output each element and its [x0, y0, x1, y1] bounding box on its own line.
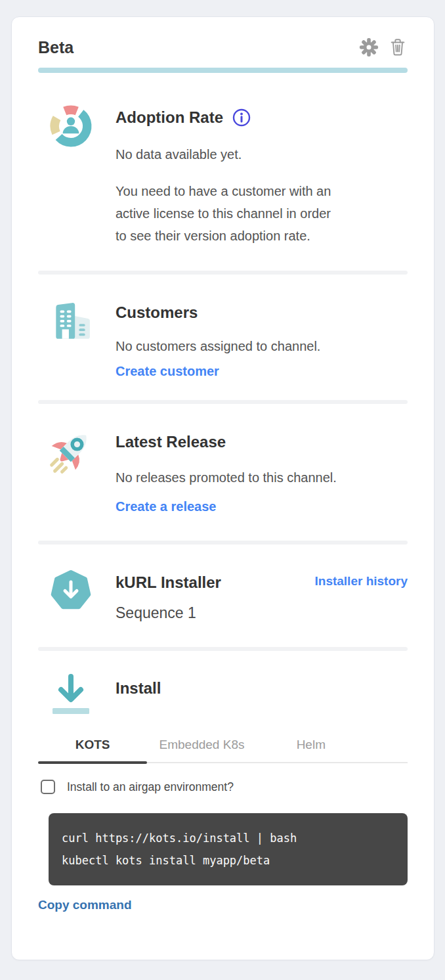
customers-empty-message: No customers assigned to channel. — [116, 336, 408, 356]
command-line: kubectl kots install myapp/beta — [62, 849, 394, 872]
channel-title: Beta — [38, 37, 74, 58]
gear-icon[interactable] — [359, 37, 379, 57]
adoption-empty-message: No data available yet. — [116, 145, 408, 164]
tab-helm[interactable]: Helm — [257, 738, 366, 762]
channel-card: Beta — [11, 16, 434, 960]
kurl-heptagon-download-icon — [38, 569, 104, 623]
latest-release-section: Latest Release No releases promoted to t… — [38, 429, 408, 514]
section-divider — [38, 541, 408, 545]
airgap-checkbox[interactable] — [41, 780, 55, 794]
installer-sequence-label: Sequence 1 — [116, 602, 408, 623]
create-customer-link[interactable]: Create customer — [116, 364, 219, 379]
adoption-description: You need to have a customer with an acti… — [116, 180, 408, 247]
adoption-donut-icon — [38, 104, 104, 247]
copy-command-link[interactable]: Copy command — [38, 898, 132, 912]
install-tabs: KOTS Embedded K8s Helm — [38, 738, 408, 763]
kurl-installer-title: kURL Installer — [116, 573, 221, 592]
channel-accent-bar — [38, 68, 408, 73]
section-divider — [38, 647, 408, 651]
latest-release-title: Latest Release — [116, 432, 408, 452]
customers-section: Customers No customers assigned to chann… — [38, 300, 408, 379]
kurl-installer-section: kURL Installer Installer history Sequenc… — [38, 569, 408, 623]
airgap-row: Install to an airgap environment? — [38, 780, 408, 794]
create-release-link[interactable]: Create a release — [116, 499, 216, 514]
header-actions — [359, 37, 408, 57]
command-line: curl https://kots.io/install | bash — [62, 827, 394, 849]
info-icon[interactable] — [232, 108, 251, 127]
install-download-icon — [38, 672, 104, 719]
install-section: Install — [38, 672, 408, 719]
customers-buildings-icon — [38, 300, 104, 379]
adoption-rate-title: Adoption Rate — [116, 108, 223, 127]
airgap-checkbox-label: Install to an airgap environment? — [67, 780, 234, 794]
installer-history-link[interactable]: Installer history — [315, 574, 408, 589]
card-header: Beta — [38, 37, 408, 58]
section-divider — [38, 400, 408, 404]
tab-embedded-k8s[interactable]: Embedded K8s — [147, 738, 256, 762]
section-divider — [38, 271, 408, 275]
install-command-block: curl https://kots.io/install | bashkubec… — [49, 813, 408, 885]
trash-icon[interactable] — [388, 37, 408, 57]
tab-kots[interactable]: KOTS — [38, 738, 147, 762]
adoption-rate-section: Adoption Rate No data available yet. You… — [38, 104, 408, 247]
customers-title: Customers — [116, 303, 408, 323]
rocket-icon — [38, 429, 104, 514]
install-title: Install — [116, 679, 408, 698]
latest-release-empty-message: No releases promoted to this channel. — [116, 468, 408, 487]
